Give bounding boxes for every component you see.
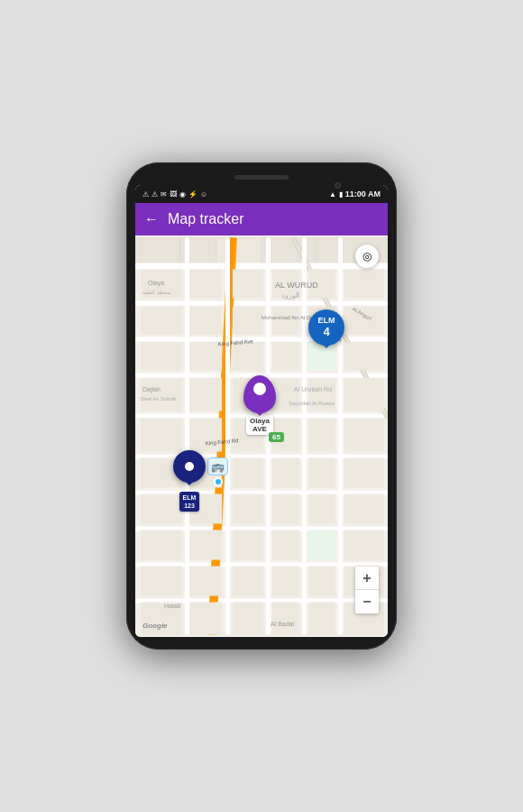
phone-camera: [335, 182, 341, 189]
svg-rect-73: [141, 567, 182, 596]
svg-rect-82: [272, 603, 299, 635]
svg-rect-50: [189, 419, 222, 452]
svg-rect-72: [344, 531, 384, 560]
svg-rect-76: [272, 567, 299, 596]
svg-rect-65: [308, 494, 335, 524]
svg-rect-57: [233, 458, 263, 488]
back-button[interactable]: ←: [144, 211, 159, 227]
app-title: Map tracker: [168, 211, 243, 227]
svg-rect-68: [189, 531, 222, 560]
status-bar: ⚠ ⚠ ✉ 🖼 ◉ ⚡ ☺ ▲ ▮ 11:00 AM: [135, 185, 388, 203]
svg-text:Dajlah: Dajlah: [142, 386, 161, 393]
bus-icon: 🚌: [207, 457, 228, 475]
svg-rect-48: [344, 379, 384, 411]
svg-rect-60: [344, 458, 384, 488]
svg-rect-24: [338, 238, 343, 635]
svg-rect-20: [185, 238, 189, 635]
phone-device: ⚠ ⚠ ✉ 🖼 ◉ ⚡ ☺ ▲ ▮ 11:00 AM ← Map tracker: [126, 162, 397, 650]
svg-text:Al Urubah Rd: Al Urubah Rd: [294, 386, 332, 392]
svg-rect-38: [189, 343, 222, 371]
marker-olaya[interactable]: Olaya AVE: [243, 375, 276, 435]
svg-text:محطة العلية: محطة العلية: [142, 290, 170, 295]
svg-rect-27: [233, 270, 263, 299]
tracking-dot: [214, 477, 223, 486]
svg-rect-71: [308, 531, 335, 560]
road-badge: 65: [269, 432, 284, 442]
svg-rect-40: [272, 343, 299, 371]
zoom-controls: + −: [355, 567, 379, 614]
svg-rect-46: [272, 379, 299, 411]
elm123-sublabel: 123: [183, 502, 197, 510]
svg-text:Sayyidah Ar.Ruasa: Sayyidah Ar.Ruasa: [289, 401, 335, 406]
svg-rect-70: [272, 531, 299, 560]
wifi-icon: ▲: [329, 190, 336, 198]
svg-rect-66: [344, 494, 384, 524]
svg-rect-21: [225, 238, 230, 635]
elm123-label: ELM: [183, 494, 197, 502]
usb-icon: ⚡: [188, 190, 197, 198]
svg-rect-69: [233, 531, 263, 560]
marker-elm123[interactable]: ELM 123 🚌: [173, 450, 228, 512]
status-icons-right: ▲ ▮ 11:00 AM: [329, 189, 381, 198]
svg-rect-42: [344, 343, 384, 371]
svg-rect-47: [308, 379, 335, 411]
svg-rect-77: [308, 567, 335, 596]
svg-rect-37: [141, 343, 182, 371]
svg-rect-26: [189, 270, 222, 299]
warning-icon-1: ⚠: [142, 190, 149, 198]
svg-rect-43: [141, 379, 182, 411]
zoom-out-button[interactable]: −: [355, 590, 379, 614]
svg-rect-59: [308, 458, 335, 488]
sms-icon: ✉: [161, 190, 167, 198]
svg-text:Al Badai: Al Badai: [271, 621, 295, 627]
phone-speaker: [234, 175, 289, 180]
svg-rect-64: [272, 494, 299, 524]
svg-rect-80: [189, 603, 222, 635]
map-view[interactable]: AL WURUD الورود Olaya محطة العلية Dajlah…: [135, 235, 388, 637]
svg-rect-33: [233, 308, 263, 335]
svg-text:Halab: Halab: [164, 603, 180, 609]
svg-rect-1: [135, 238, 180, 265]
compass-button[interactable]: ◎: [355, 245, 379, 268]
svg-rect-34: [272, 308, 299, 335]
elm4-number: 4: [323, 326, 329, 338]
svg-rect-44: [189, 379, 222, 411]
zoom-in-button[interactable]: +: [355, 567, 379, 590]
photo-icon: 🖼: [170, 190, 177, 198]
status-icons-left: ⚠ ⚠ ✉ 🖼 ◉ ⚡ ☺: [142, 190, 207, 198]
svg-rect-63: [233, 494, 263, 524]
svg-text:الورود: الورود: [281, 291, 299, 300]
svg-rect-49: [141, 419, 182, 452]
android-icon: ☺: [200, 190, 207, 198]
svg-text:AL WURUD: AL WURUD: [275, 281, 318, 290]
svg-rect-23: [302, 238, 307, 635]
svg-rect-7: [135, 301, 388, 306]
svg-rect-3: [216, 238, 262, 265]
status-time: 11:00 AM: [345, 189, 381, 198]
svg-rect-67: [141, 531, 182, 560]
svg-rect-31: [141, 308, 182, 335]
svg-rect-54: [344, 419, 384, 452]
compass-icon: ◎: [362, 250, 372, 263]
svg-rect-83: [308, 603, 335, 635]
svg-rect-39: [233, 343, 263, 371]
svg-rect-74: [189, 567, 222, 596]
svg-rect-58: [272, 458, 299, 488]
svg-rect-6: [135, 263, 388, 270]
svg-text:Olaya: Olaya: [148, 280, 164, 287]
svg-rect-75: [233, 567, 263, 596]
marker-elm4[interactable]: ELM 4: [308, 309, 344, 346]
olaya-sublabel: AVE: [250, 425, 270, 433]
phone-screen: ⚠ ⚠ ✉ 🖼 ◉ ⚡ ☺ ▲ ▮ 11:00 AM ← Map tracker: [135, 185, 388, 637]
map-background: AL WURUD الورود Olaya محطة العلية Dajlah…: [135, 235, 388, 637]
svg-rect-8: [135, 337, 388, 342]
svg-rect-53: [308, 419, 335, 452]
svg-rect-32: [189, 308, 222, 335]
warning-icon-2: ⚠: [151, 190, 158, 198]
app-bar: ← Map tracker: [135, 203, 388, 235]
google-label: Google: [142, 622, 168, 630]
svg-rect-30: [344, 270, 384, 299]
svg-rect-81: [233, 603, 263, 635]
battery-icon: ▮: [339, 190, 343, 198]
location-icon: ◉: [179, 190, 186, 198]
